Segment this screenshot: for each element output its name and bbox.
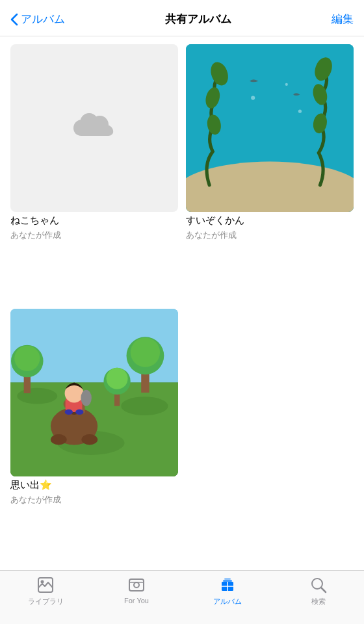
svg-rect-2 xyxy=(186,185,354,212)
svg-point-22 xyxy=(14,345,40,370)
underwater-scene xyxy=(186,44,354,212)
tab-search-label: 検索 xyxy=(311,597,326,606)
foryou-icon xyxy=(127,576,146,594)
svg-point-34 xyxy=(51,434,67,445)
svg-point-15 xyxy=(121,396,168,415)
cloud-icon xyxy=(68,109,120,148)
album-thumb-omoide xyxy=(10,309,178,476)
svg-line-50 xyxy=(321,588,326,592)
album-item-omoide[interactable]: 思い出⭐ あなたが作成 xyxy=(10,309,178,563)
svg-point-19 xyxy=(131,337,160,367)
svg-point-38 xyxy=(107,367,128,389)
tab-library-label: ライブラリ xyxy=(28,597,64,606)
album-author-suizokukan: あなたが作成 xyxy=(186,229,354,241)
album-name-omoide: 思い出⭐ xyxy=(10,479,178,491)
svg-point-11 xyxy=(298,110,302,113)
ac-scene xyxy=(10,309,178,476)
navigation-bar: アルバム 共有アルバム 編集 xyxy=(0,0,364,36)
svg-point-10 xyxy=(285,83,288,86)
svg-point-40 xyxy=(41,580,44,584)
search-icon xyxy=(309,576,328,594)
svg-point-33 xyxy=(75,409,83,414)
album-item-neko[interactable]: ねこちゃん あなたが作成 xyxy=(10,44,178,298)
tab-albums-label: アルバム xyxy=(213,597,242,606)
svg-point-42 xyxy=(134,582,139,588)
back-button[interactable]: アルバム xyxy=(10,12,65,27)
album-item-suizokukan[interactable]: すいぞくかん あなたが作成 xyxy=(186,44,354,298)
svg-point-32 xyxy=(65,409,73,414)
svg-rect-41 xyxy=(129,579,144,591)
svg-point-14 xyxy=(17,387,57,404)
album-author-omoide: あなたが作成 xyxy=(10,494,178,506)
edit-button[interactable]: 編集 xyxy=(332,12,354,27)
tab-search[interactable]: 検索 xyxy=(292,576,344,606)
svg-point-9 xyxy=(251,96,255,99)
tab-bar: ライブラリ For You アルバム xyxy=(0,570,364,624)
albums-grid: ねこちゃん あなたが作成 xyxy=(0,36,364,570)
tab-foryou[interactable]: For You xyxy=(110,576,162,604)
album-name-suizokukan: すいぞくかん xyxy=(186,214,354,227)
tab-albums[interactable]: アルバム xyxy=(202,576,254,606)
album-thumb-neko xyxy=(10,44,178,212)
svg-point-35 xyxy=(81,434,98,445)
svg-rect-44 xyxy=(223,580,232,582)
page-title: 共有アルバム xyxy=(165,12,231,27)
back-label: アルバム xyxy=(21,12,65,27)
tab-library[interactable]: ライブラリ xyxy=(20,576,72,606)
svg-rect-45 xyxy=(224,578,231,580)
album-thumb-suizokukan xyxy=(186,44,354,212)
svg-point-31 xyxy=(81,389,92,406)
tab-foryou-label: For You xyxy=(124,597,149,604)
album-name-neko: ねこちゃん xyxy=(10,214,178,227)
album-author-neko: あなたが作成 xyxy=(10,229,178,241)
albums-icon xyxy=(218,576,237,594)
library-icon xyxy=(36,576,55,594)
